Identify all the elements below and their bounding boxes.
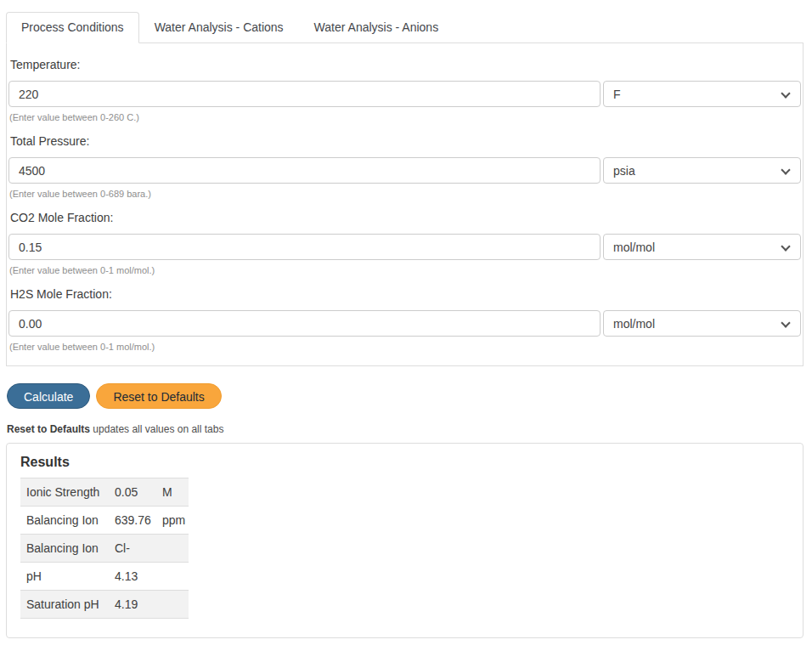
result-unit bbox=[156, 563, 189, 591]
result-value: 639.76 bbox=[109, 507, 156, 535]
result-value: 4.19 bbox=[109, 591, 156, 619]
result-row: Balancing Ion Cl- bbox=[20, 535, 189, 563]
field-row: mol/mol bbox=[8, 234, 801, 260]
unit-select-wrap: psia bbox=[603, 157, 801, 184]
result-row: Saturation pH 4.19 bbox=[20, 591, 189, 619]
result-value: 4.13 bbox=[109, 563, 156, 591]
calculate-button[interactable]: Calculate bbox=[7, 383, 90, 409]
process-conditions-panel: Temperature: F (Enter value between 0-26… bbox=[6, 43, 804, 366]
field-hint: (Enter value between 0-1 mol/mol.) bbox=[9, 342, 801, 352]
field-label: CO2 Mole Fraction: bbox=[10, 211, 801, 224]
result-label: Balancing Ion bbox=[20, 507, 109, 535]
field-label: H2S Mole Fraction: bbox=[10, 287, 801, 301]
reset-note-bold: Reset to Defaults bbox=[7, 423, 90, 435]
reset-note: Reset to Defaults updates all values on … bbox=[6, 423, 804, 435]
form-field: Total Pressure: psia (Enter value betwee… bbox=[8, 134, 801, 199]
unit-select[interactable]: psia bbox=[603, 157, 801, 184]
result-value: Cl- bbox=[109, 535, 156, 563]
unit-select-wrap: mol/mol bbox=[603, 310, 801, 337]
field-label: Total Pressure: bbox=[10, 134, 801, 148]
tab-bar: Process Conditions Water Analysis - Cati… bbox=[6, 12, 804, 43]
field-hint: (Enter value between 0-689 bara.) bbox=[9, 189, 801, 199]
value-input[interactable] bbox=[8, 157, 601, 184]
result-unit bbox=[156, 591, 189, 619]
tab-water-analysis-anions[interactable]: Water Analysis - Anions bbox=[299, 12, 454, 43]
reset-to-defaults-button[interactable]: Reset to Defaults bbox=[96, 383, 221, 409]
form-fields: Temperature: F (Enter value between 0-26… bbox=[8, 58, 801, 352]
value-input[interactable] bbox=[8, 81, 601, 107]
reset-note-rest: updates all values on all tabs bbox=[90, 423, 223, 435]
unit-select-wrap: F bbox=[603, 81, 801, 107]
result-row: Ionic Strength 0.05 M bbox=[20, 478, 189, 507]
result-unit: ppm bbox=[156, 507, 189, 535]
page: Process Conditions Water Analysis - Cati… bbox=[0, 0, 812, 651]
results-panel: Results Ionic Strength 0.05 M Balancing … bbox=[6, 443, 804, 638]
result-label: Saturation pH bbox=[20, 591, 109, 619]
field-hint: (Enter value between 0-260 C.) bbox=[9, 112, 801, 122]
field-row: psia bbox=[8, 157, 801, 184]
tab-process-conditions[interactable]: Process Conditions bbox=[6, 12, 139, 43]
value-input[interactable] bbox=[8, 234, 601, 260]
results-table: Ionic Strength 0.05 M Balancing Ion 639.… bbox=[20, 478, 189, 619]
results-title: Results bbox=[20, 455, 789, 470]
result-row: pH 4.13 bbox=[20, 563, 189, 591]
result-label: pH bbox=[20, 563, 109, 591]
unit-select[interactable]: mol/mol bbox=[603, 310, 801, 337]
button-row: Calculate Reset to Defaults bbox=[6, 383, 804, 409]
field-label: Temperature: bbox=[10, 58, 801, 71]
unit-select[interactable]: F bbox=[603, 81, 801, 107]
form-field: H2S Mole Fraction: mol/mol (Enter value … bbox=[8, 287, 801, 352]
results-rows: Ionic Strength 0.05 M Balancing Ion 639.… bbox=[20, 478, 189, 619]
value-input[interactable] bbox=[8, 310, 601, 337]
field-row: mol/mol bbox=[8, 310, 801, 337]
result-label: Balancing Ion bbox=[20, 535, 109, 563]
form-field: Temperature: F (Enter value between 0-26… bbox=[8, 58, 801, 122]
result-unit: M bbox=[156, 478, 189, 507]
result-label: Ionic Strength bbox=[20, 478, 109, 507]
form-field: CO2 Mole Fraction: mol/mol (Enter value … bbox=[8, 211, 801, 275]
field-row: F bbox=[8, 81, 801, 107]
field-hint: (Enter value between 0-1 mol/mol.) bbox=[9, 265, 801, 275]
unit-select-wrap: mol/mol bbox=[603, 234, 801, 260]
result-row: Balancing Ion 639.76 ppm bbox=[20, 507, 189, 535]
tab-water-analysis-cations[interactable]: Water Analysis - Cations bbox=[139, 12, 299, 43]
unit-select[interactable]: mol/mol bbox=[603, 234, 801, 260]
result-value: 0.05 bbox=[109, 478, 156, 507]
result-unit bbox=[156, 535, 189, 563]
